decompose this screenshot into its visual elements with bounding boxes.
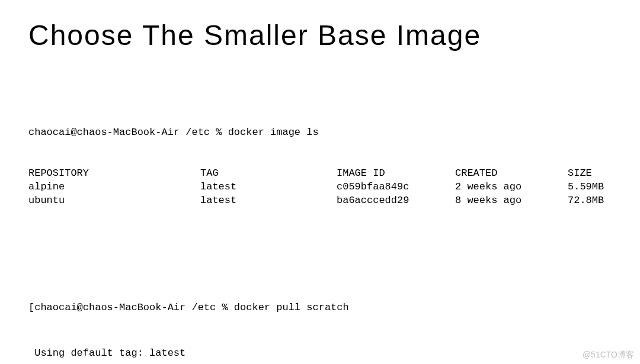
- slide-content: Choose The Smaller Base Image chaocai@ch…: [0, 0, 640, 364]
- output-line: Using default tag: latest: [28, 346, 612, 361]
- cell-repository: alpine: [28, 181, 200, 194]
- docker-image-ls-output: chaocai@chaos-MacBook-Air /etc % docker …: [28, 99, 612, 234]
- slide-title: Choose The Smaller Base Image: [28, 19, 612, 51]
- terminal-output-2: [chaocai@chaos-MacBook-Air /etc % docker…: [28, 270, 612, 364]
- header-image-id: IMAGE ID: [337, 167, 455, 181]
- header-tag: TAG: [200, 167, 337, 181]
- image-table: REPOSITORY TAG IMAGE ID CREATED SIZE alp…: [28, 167, 604, 208]
- cell-repository: ubuntu: [28, 194, 200, 208]
- cell-image-id: c059bfaa849c: [337, 181, 455, 194]
- header-created: CREATED: [455, 167, 568, 181]
- cell-size: 72.8MB: [568, 194, 604, 208]
- cell-size: 5.59MB: [568, 181, 604, 194]
- cell-tag: latest: [200, 181, 337, 194]
- header-size: SIZE: [568, 167, 604, 181]
- table-row: ubuntu latest ba6acccedd29 8 weeks ago 7…: [28, 194, 604, 208]
- cell-tag: latest: [200, 194, 337, 208]
- table-header-row: REPOSITORY TAG IMAGE ID CREATED SIZE: [28, 167, 604, 181]
- command-prompt-line: [chaocai@chaos-MacBook-Air /etc % docker…: [28, 300, 612, 315]
- cell-image-id: ba6acccedd29: [337, 194, 455, 208]
- command-prompt-line: chaocai@chaos-MacBook-Air /etc % docker …: [28, 126, 612, 140]
- header-repository: REPOSITORY: [28, 167, 200, 181]
- watermark: @51CTO博客: [583, 350, 634, 360]
- table-row: alpine latest c059bfaa849c 2 weeks ago 5…: [28, 181, 604, 194]
- cell-created: 8 weeks ago: [455, 194, 568, 208]
- terminal-output-1: chaocai@chaos-MacBook-Air /etc % docker …: [28, 99, 612, 234]
- cell-created: 2 weeks ago: [455, 181, 568, 194]
